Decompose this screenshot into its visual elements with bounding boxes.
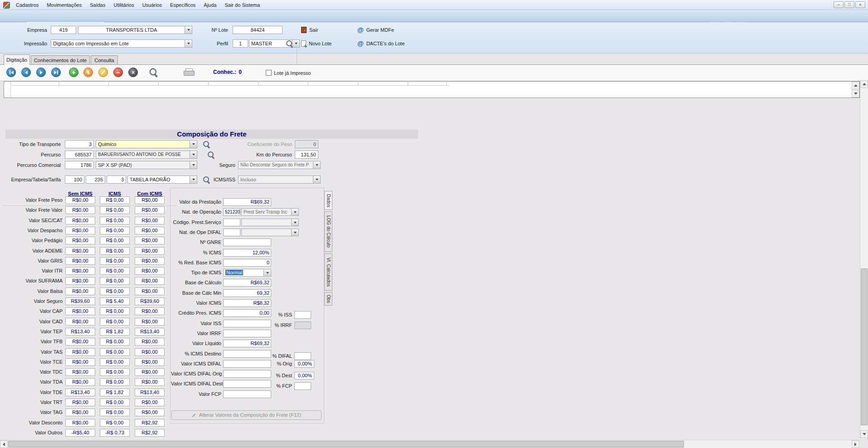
calc-row-input[interactable]: 0,00: [223, 309, 271, 317]
scroll-left-button[interactable]: [0, 440, 8, 448]
calc-row-input[interactable]: [223, 390, 271, 398]
percurso-comercial-combobox[interactable]: SP X SP (PAD): [96, 161, 197, 169]
horizontal-scrollbar[interactable]: [0, 440, 860, 448]
empresa-combobox[interactable]: TRANSPORTES LTDA: [78, 26, 192, 34]
calc-row-input[interactable]: R$69,32: [223, 340, 271, 347]
sair-button[interactable]: Sair: [301, 26, 318, 34]
menu-item[interactable]: Cadastros: [12, 0, 43, 10]
novo-lote-button[interactable]: Novo Lote: [301, 39, 332, 48]
menu-item[interactable]: Saídas: [86, 0, 109, 10]
chevron-down-icon[interactable]: [185, 40, 192, 47]
chevron-down-icon[interactable]: [190, 141, 197, 148]
side-tab-obs[interactable]: Obs: [324, 292, 332, 306]
icms-iss-combobox[interactable]: Incluso: [238, 175, 321, 184]
gerar-mdfe-button[interactable]: @ Gerar MDFe: [357, 26, 394, 34]
valor-icms-cell[interactable]: R$ 0,00: [100, 419, 130, 427]
maximize-button[interactable]: □: [844, 1, 854, 8]
tipo-transporte-search-icon[interactable]: [203, 141, 210, 148]
valor-icms-cell[interactable]: R$ 0,00: [100, 399, 130, 406]
scroll-down-button[interactable]: [860, 430, 868, 438]
side-tab-dados[interactable]: Dados: [324, 191, 332, 210]
dacte-lote-button[interactable]: @ DACTE's do Lote: [357, 39, 405, 48]
vertical-scrollbar[interactable]: [860, 80, 868, 438]
menu-item[interactable]: Movimentações: [43, 0, 86, 10]
side-tab-log-calculo[interactable]: LOG do Cálculo: [324, 211, 332, 252]
calc-row-input[interactable]: [223, 330, 271, 337]
calc-row-input[interactable]: [223, 380, 271, 388]
calc-row-combobox[interactable]: [241, 229, 299, 236]
previous-record-button[interactable]: [21, 68, 31, 77]
impressao-combobox[interactable]: Digitação com Impressão em Lote: [51, 39, 192, 48]
chevron-down-icon[interactable]: [190, 151, 197, 158]
calc-row-input[interactable]: R$8,32: [223, 299, 271, 307]
menu-item[interactable]: Ajuda: [200, 0, 220, 10]
menu-item[interactable]: Utilitários: [109, 0, 138, 10]
perc-iss-field[interactable]: [294, 311, 311, 319]
scroll-right-button[interactable]: [852, 440, 859, 448]
calc-row-input[interactable]: [223, 360, 271, 368]
valor-com-icms-cell[interactable]: R$0,00: [135, 399, 165, 406]
alterar-valores-button[interactable]: Alterar Valores da Composição do Frete (…: [171, 410, 322, 420]
edit-record-button[interactable]: [98, 68, 108, 77]
valor-icms-cell[interactable]: -R$ 0,73: [100, 429, 130, 437]
cancel-record-button[interactable]: ×: [128, 68, 138, 77]
grid-scroll-up-button[interactable]: [852, 82, 859, 89]
calc-row-input[interactable]: [223, 320, 271, 327]
menu-item[interactable]: Específicos: [166, 0, 200, 10]
tabela-numero-field[interactable]: 235: [86, 175, 105, 184]
calc-row-code-input[interactable]: 521220: [223, 208, 240, 216]
chevron-down-icon[interactable]: [263, 269, 271, 276]
chevron-down-icon[interactable]: [291, 209, 298, 215]
km-percurso-field[interactable]: 131,50: [295, 151, 318, 159]
tab-conhecimentos-do-lote[interactable]: Conhecimentos do Lote: [31, 55, 90, 65]
tabela-tarifa-field[interactable]: 3: [107, 175, 126, 184]
chevron-down-icon[interactable]: [291, 229, 298, 236]
tipo-transporte-code-field[interactable]: 3: [65, 140, 94, 148]
valor-com-icms-cell[interactable]: R$2,92: [135, 429, 165, 437]
scroll-up-button[interactable]: [860, 80, 868, 88]
post-record-button[interactable]: ↯: [83, 68, 93, 77]
calc-row-combobox[interactable]: Prest Serv Transp Inc: [241, 208, 299, 216]
last-record-button[interactable]: [51, 68, 61, 77]
search-record-icon[interactable]: [149, 68, 157, 76]
perfil-search-icon[interactable]: [286, 40, 293, 47]
lote-number-field[interactable]: 84424: [233, 26, 283, 34]
valor-sem-icms-cell[interactable]: R$0,00: [65, 399, 95, 406]
tab-digitacao[interactable]: Digitação: [4, 54, 30, 65]
seguro-combobox[interactable]: Não Descontar Seguro do Frete P: [238, 161, 321, 169]
calc-row-input[interactable]: 12,00%: [223, 249, 271, 257]
calc-row-combobox[interactable]: Normal: [223, 269, 271, 277]
tabela-empresa-field[interactable]: 100: [65, 175, 84, 184]
minimize-button[interactable]: –: [834, 1, 844, 8]
calc-row-input[interactable]: 0: [223, 259, 271, 267]
perc-difal-field[interactable]: [294, 352, 311, 360]
chevron-down-icon[interactable]: [313, 161, 320, 169]
add-record-button[interactable]: +: [69, 68, 78, 77]
vertical-scroll-thumb[interactable]: [861, 268, 868, 425]
calc-row-code-input[interactable]: [223, 219, 240, 226]
horizontal-scroll-thumb[interactable]: [8, 441, 684, 448]
tipo-transporte-combobox[interactable]: Quimico: [96, 140, 197, 148]
valor-com-icms-cell[interactable]: R$0,00: [135, 409, 165, 416]
tabela-combobox[interactable]: TABELA PADRÃO: [127, 175, 197, 184]
chevron-down-icon[interactable]: [291, 219, 298, 226]
tab-consulta[interactable]: Consulta: [91, 55, 118, 65]
chevron-down-icon[interactable]: [313, 176, 320, 183]
percurso-combobox[interactable]: BARUERI/SANTO ANTONIO DE POSSE: [96, 151, 197, 159]
valor-sem-icms-cell[interactable]: -R$5,40: [65, 429, 95, 437]
chevron-down-icon[interactable]: [292, 40, 299, 47]
percurso-search-icon[interactable]: [207, 151, 215, 158]
valor-icms-cell[interactable]: R$ 0,00: [100, 409, 130, 416]
calc-row-input[interactable]: R$69,32: [223, 279, 271, 287]
perc-orig-field[interactable]: 0,00%: [294, 360, 314, 368]
first-record-button[interactable]: [6, 68, 16, 77]
calc-row-input[interactable]: [223, 370, 271, 378]
calc-row-code-input[interactable]: [223, 229, 240, 236]
perc-dest-field[interactable]: 0,00%: [294, 372, 314, 380]
calc-row-input[interactable]: [223, 350, 271, 358]
print-icon[interactable]: [183, 68, 194, 76]
valor-sem-icms-cell[interactable]: R$0,00: [65, 419, 95, 427]
empresa-code-field[interactable]: 419: [51, 26, 76, 34]
menu-item[interactable]: Sair do Sistema: [220, 0, 264, 10]
delete-record-button[interactable]: −: [113, 68, 123, 77]
